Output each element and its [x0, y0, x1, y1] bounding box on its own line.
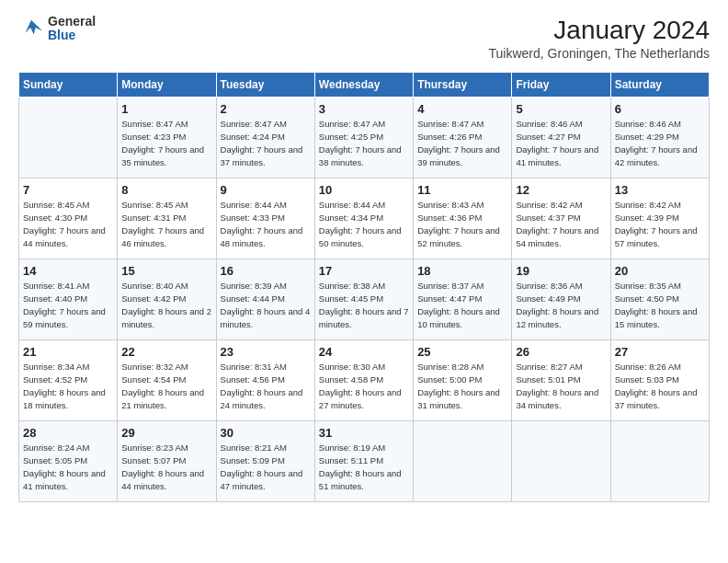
calendar-cell: 13Sunrise: 8:42 AMSunset: 4:39 PMDayligh… — [610, 178, 709, 259]
col-header-thursday: Thursday — [414, 72, 512, 97]
day-info: Sunrise: 8:37 AMSunset: 4:47 PMDaylight:… — [417, 280, 507, 332]
calendar-week-row: 14Sunrise: 8:41 AMSunset: 4:40 PMDayligh… — [19, 259, 710, 339]
col-header-monday: Monday — [118, 72, 216, 97]
day-number: 21 — [23, 345, 113, 359]
calendar-cell: 15Sunrise: 8:40 AMSunset: 4:42 PMDayligh… — [118, 259, 216, 339]
day-info: Sunrise: 8:38 AMSunset: 4:45 PMDaylight:… — [319, 280, 409, 332]
day-info: Sunrise: 8:47 AMSunset: 4:24 PMDaylight:… — [221, 118, 311, 170]
day-info: Sunrise: 8:26 AMSunset: 5:03 PMDaylight:… — [615, 361, 705, 413]
day-number: 20 — [615, 264, 705, 278]
calendar-cell — [19, 97, 118, 178]
day-info: Sunrise: 8:32 AMSunset: 4:54 PMDaylight:… — [121, 361, 211, 413]
logo-icon — [18, 16, 44, 41]
day-number: 9 — [221, 183, 311, 197]
day-number: 23 — [221, 345, 311, 359]
day-number: 27 — [615, 345, 705, 359]
day-info: Sunrise: 8:27 AMSunset: 5:01 PMDaylight:… — [516, 361, 606, 413]
day-info: Sunrise: 8:47 AMSunset: 4:26 PMDaylight:… — [417, 118, 507, 170]
calendar-week-row: 21Sunrise: 8:34 AMSunset: 4:52 PMDayligh… — [19, 339, 710, 420]
calendar-cell: 4Sunrise: 8:47 AMSunset: 4:26 PMDaylight… — [414, 97, 512, 178]
calendar-cell: 31Sunrise: 8:19 AMSunset: 5:11 PMDayligh… — [314, 420, 413, 501]
day-info: Sunrise: 8:34 AMSunset: 4:52 PMDaylight:… — [23, 361, 113, 413]
day-info: Sunrise: 8:41 AMSunset: 4:40 PMDaylight:… — [23, 280, 113, 332]
day-info: Sunrise: 8:19 AMSunset: 5:11 PMDaylight:… — [319, 442, 409, 494]
day-number: 8 — [121, 183, 211, 197]
calendar-cell: 17Sunrise: 8:38 AMSunset: 4:45 PMDayligh… — [314, 259, 413, 339]
calendar-cell: 2Sunrise: 8:47 AMSunset: 4:24 PMDaylight… — [216, 97, 314, 178]
month-title: January 2024 — [489, 15, 710, 46]
logo: General Blue — [18, 15, 96, 43]
calendar-cell — [512, 420, 610, 501]
calendar-cell: 23Sunrise: 8:31 AMSunset: 4:56 PMDayligh… — [216, 339, 314, 420]
day-number: 13 — [615, 183, 705, 197]
day-number: 11 — [417, 183, 507, 197]
day-number: 15 — [121, 264, 211, 278]
day-number: 18 — [417, 264, 507, 278]
day-number: 14 — [23, 264, 113, 278]
calendar-cell: 19Sunrise: 8:36 AMSunset: 4:49 PMDayligh… — [512, 259, 610, 339]
day-info: Sunrise: 8:24 AMSunset: 5:05 PMDaylight:… — [23, 442, 113, 494]
day-number: 29 — [121, 426, 211, 440]
calendar-cell: 29Sunrise: 8:23 AMSunset: 5:07 PMDayligh… — [118, 420, 216, 501]
day-number: 5 — [516, 102, 606, 116]
day-info: Sunrise: 8:45 AMSunset: 4:30 PMDaylight:… — [23, 199, 113, 251]
calendar-cell: 1Sunrise: 8:47 AMSunset: 4:23 PMDaylight… — [118, 97, 216, 178]
calendar-cell — [610, 420, 709, 501]
day-info: Sunrise: 8:28 AMSunset: 5:00 PMDaylight:… — [417, 361, 507, 413]
day-info: Sunrise: 8:42 AMSunset: 4:37 PMDaylight:… — [516, 199, 606, 251]
day-info: Sunrise: 8:43 AMSunset: 4:36 PMDaylight:… — [417, 199, 507, 251]
logo-blue: Blue — [48, 29, 96, 42]
calendar-cell: 18Sunrise: 8:37 AMSunset: 4:47 PMDayligh… — [414, 259, 512, 339]
day-info: Sunrise: 8:46 AMSunset: 4:29 PMDaylight:… — [615, 118, 705, 170]
calendar-cell: 10Sunrise: 8:44 AMSunset: 4:34 PMDayligh… — [314, 178, 413, 259]
day-info: Sunrise: 8:47 AMSunset: 4:25 PMDaylight:… — [319, 118, 409, 170]
location-title: Tuikwerd, Groningen, The Netherlands — [489, 46, 710, 61]
day-info: Sunrise: 8:42 AMSunset: 4:39 PMDaylight:… — [615, 199, 705, 251]
svg-marker-0 — [25, 20, 42, 35]
calendar-cell: 11Sunrise: 8:43 AMSunset: 4:36 PMDayligh… — [414, 178, 512, 259]
day-number: 24 — [319, 345, 409, 359]
day-info: Sunrise: 8:47 AMSunset: 4:23 PMDaylight:… — [121, 118, 211, 170]
day-number: 26 — [516, 345, 606, 359]
day-number: 1 — [121, 102, 211, 116]
calendar-cell: 25Sunrise: 8:28 AMSunset: 5:00 PMDayligh… — [414, 339, 512, 420]
day-number: 25 — [417, 345, 507, 359]
col-header-friday: Friday — [512, 72, 610, 97]
day-info: Sunrise: 8:36 AMSunset: 4:49 PMDaylight:… — [516, 280, 606, 332]
day-number: 19 — [516, 264, 606, 278]
calendar-cell: 6Sunrise: 8:46 AMSunset: 4:29 PMDaylight… — [610, 97, 709, 178]
col-header-saturday: Saturday — [610, 72, 709, 97]
day-number: 31 — [319, 426, 409, 440]
calendar-table: SundayMondayTuesdayWednesdayThursdayFrid… — [18, 72, 710, 502]
calendar-cell: 26Sunrise: 8:27 AMSunset: 5:01 PMDayligh… — [512, 339, 610, 420]
day-info: Sunrise: 8:35 AMSunset: 4:50 PMDaylight:… — [615, 280, 705, 332]
calendar-cell: 28Sunrise: 8:24 AMSunset: 5:05 PMDayligh… — [19, 420, 118, 501]
day-number: 30 — [221, 426, 311, 440]
calendar-cell: 24Sunrise: 8:30 AMSunset: 4:58 PMDayligh… — [314, 339, 413, 420]
day-number: 28 — [23, 426, 113, 440]
calendar-cell: 16Sunrise: 8:39 AMSunset: 4:44 PMDayligh… — [216, 259, 314, 339]
day-number: 2 — [221, 102, 311, 116]
day-info: Sunrise: 8:30 AMSunset: 4:58 PMDaylight:… — [319, 361, 409, 413]
day-info: Sunrise: 8:39 AMSunset: 4:44 PMDaylight:… — [221, 280, 311, 332]
day-number: 16 — [221, 264, 311, 278]
day-number: 7 — [23, 183, 113, 197]
calendar-week-row: 7Sunrise: 8:45 AMSunset: 4:30 PMDaylight… — [19, 178, 710, 259]
calendar-cell: 14Sunrise: 8:41 AMSunset: 4:40 PMDayligh… — [19, 259, 118, 339]
calendar-cell: 3Sunrise: 8:47 AMSunset: 4:25 PMDaylight… — [314, 97, 413, 178]
calendar-cell — [414, 420, 512, 501]
day-info: Sunrise: 8:40 AMSunset: 4:42 PMDaylight:… — [121, 280, 211, 332]
calendar-cell: 8Sunrise: 8:45 AMSunset: 4:31 PMDaylight… — [118, 178, 216, 259]
calendar-cell: 9Sunrise: 8:44 AMSunset: 4:33 PMDaylight… — [216, 178, 314, 259]
calendar-cell: 22Sunrise: 8:32 AMSunset: 4:54 PMDayligh… — [118, 339, 216, 420]
day-number: 6 — [615, 102, 705, 116]
col-header-tuesday: Tuesday — [216, 72, 314, 97]
day-number: 12 — [516, 183, 606, 197]
calendar-cell: 12Sunrise: 8:42 AMSunset: 4:37 PMDayligh… — [512, 178, 610, 259]
title-area: January 2024 Tuikwerd, Groningen, The Ne… — [489, 15, 710, 61]
calendar-cell: 7Sunrise: 8:45 AMSunset: 4:30 PMDaylight… — [19, 178, 118, 259]
day-info: Sunrise: 8:44 AMSunset: 4:33 PMDaylight:… — [221, 199, 311, 251]
calendar-cell: 5Sunrise: 8:46 AMSunset: 4:27 PMDaylight… — [512, 97, 610, 178]
day-info: Sunrise: 8:45 AMSunset: 4:31 PMDaylight:… — [121, 199, 211, 251]
day-number: 17 — [319, 264, 409, 278]
